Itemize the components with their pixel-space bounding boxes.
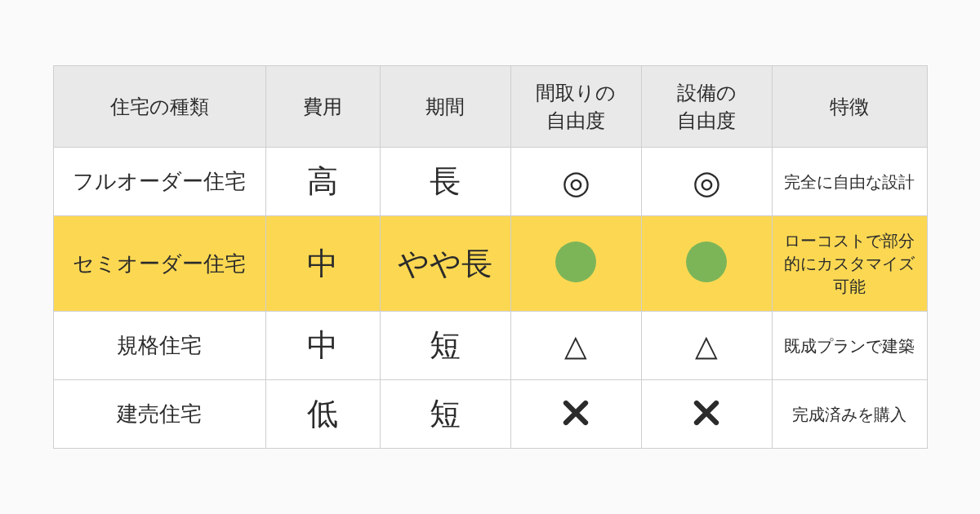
header-period-label: 期間	[425, 95, 465, 117]
header-feature-label: 特徴	[830, 95, 869, 117]
cell-cost: 中	[265, 312, 380, 380]
cell-period: やや長	[380, 216, 510, 312]
table-row: フルオーダー住宅高長◎◎完全に自由な設計	[53, 148, 927, 216]
cell-layout	[510, 380, 641, 449]
cell-layout: ◎	[510, 148, 641, 216]
triangle-icon: △	[695, 331, 718, 361]
triangle-icon: △	[564, 331, 587, 361]
cell-cost: 高	[265, 148, 380, 216]
cross-icon	[692, 398, 721, 428]
header-layout-label: 間取りの自由度	[536, 82, 616, 131]
cross-icon	[561, 398, 590, 428]
cell-type: セミオーダー住宅	[53, 216, 265, 312]
cell-feature: 完成済みを購入	[772, 380, 927, 449]
filled-circle-icon	[686, 241, 727, 282]
housing-comparison-table: 住宅の種類 費用 期間 間取りの自由度 設備の自由度 特徴 フルオーダー住宅高長…	[53, 65, 928, 449]
header-cost-label: 費用	[303, 95, 342, 117]
cell-equip: △	[641, 312, 772, 380]
cell-type: 規格住宅	[53, 312, 265, 380]
header-feature: 特徴	[772, 65, 927, 147]
double-circle-icon: ◎	[562, 166, 590, 198]
filled-circle-icon	[555, 241, 596, 282]
cell-layout	[510, 216, 641, 312]
cell-equip: ◎	[641, 148, 772, 216]
cell-feature: 既成プランで建築	[772, 312, 927, 380]
cell-period: 長	[380, 148, 510, 216]
header-cost: 費用	[265, 65, 380, 147]
header-equip: 設備の自由度	[641, 65, 772, 147]
cell-feature: 完全に自由な設計	[772, 148, 927, 216]
cell-equip	[641, 216, 772, 312]
cell-layout: △	[510, 312, 641, 380]
table-header-row: 住宅の種類 費用 期間 間取りの自由度 設備の自由度 特徴	[53, 65, 927, 147]
table-row: 規格住宅中短△△既成プランで建築	[53, 312, 927, 380]
header-period: 期間	[380, 65, 510, 147]
table-row: セミオーダー住宅中やや長ローコストで部分的にカスタマイズ可能	[53, 216, 927, 312]
double-circle-icon: ◎	[693, 166, 721, 198]
header-type-label: 住宅の種類	[110, 95, 209, 117]
cell-type: フルオーダー住宅	[53, 148, 265, 216]
cell-cost: 低	[265, 380, 380, 449]
table-row: 建売住宅低短完成済みを購入	[53, 380, 927, 449]
header-type: 住宅の種類	[53, 65, 265, 147]
header-layout: 間取りの自由度	[510, 65, 641, 147]
cell-period: 短	[380, 380, 510, 449]
cell-feature: ローコストで部分的にカスタマイズ可能	[772, 216, 927, 312]
table-body: フルオーダー住宅高長◎◎完全に自由な設計セミオーダー住宅中やや長ローコストで部分…	[53, 148, 927, 449]
cell-type: 建売住宅	[53, 380, 265, 449]
cell-period: 短	[380, 312, 510, 380]
cell-cost: 中	[265, 216, 380, 312]
cell-equip	[641, 380, 772, 449]
header-equip-label: 設備の自由度	[677, 82, 737, 131]
